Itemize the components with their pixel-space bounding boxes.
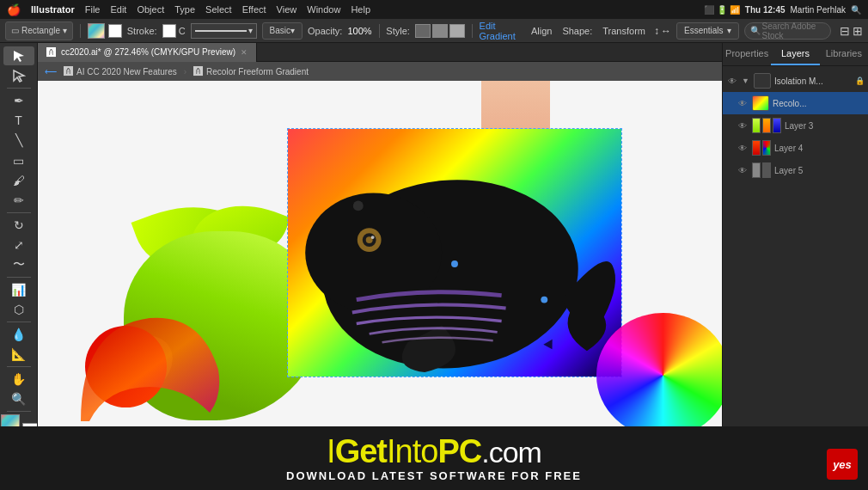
doc-icon: 🅰 bbox=[46, 47, 56, 58]
hand-tool[interactable]: ✋ bbox=[3, 370, 34, 389]
menu-type[interactable]: Type bbox=[174, 4, 195, 15]
style-selector[interactable]: Basic ▾ bbox=[262, 22, 303, 40]
tab-layers[interactable]: Layers bbox=[771, 43, 819, 65]
multi-thumb-3 bbox=[752, 162, 771, 178]
layer-visibility-3[interactable]: 👁 bbox=[737, 119, 749, 132]
breadcrumb-item-2[interactable]: 🅰 Recolor Freeform Gradient bbox=[193, 66, 309, 77]
measure-tool[interactable]: 📐 bbox=[3, 345, 34, 364]
transform-icon-1[interactable]: ↕ bbox=[654, 25, 659, 37]
layer-visibility-5[interactable]: 👁 bbox=[737, 164, 749, 176]
multi-thumb bbox=[752, 118, 781, 133]
stroke-value-area: C bbox=[162, 24, 186, 38]
watermark-into: Into bbox=[387, 433, 437, 469]
zoom-tool[interactable]: 🔍 bbox=[3, 389, 34, 408]
menu-help[interactable]: Help bbox=[351, 4, 370, 15]
app-name: Illustrator bbox=[31, 4, 75, 15]
fill-stroke-area bbox=[88, 23, 122, 39]
stroke-label: Stroke: bbox=[127, 26, 157, 36]
user-name: Martin Perhlak bbox=[791, 5, 846, 15]
menu-edit[interactable]: Edit bbox=[110, 4, 126, 15]
menu-effect[interactable]: Effect bbox=[242, 4, 266, 15]
eyedropper-tool[interactable]: 💧 bbox=[3, 325, 34, 344]
layer-row-group[interactable]: 👁 ▼ Isolation M... 🔒 bbox=[723, 70, 868, 92]
layer-visibility-2[interactable]: 👁 bbox=[737, 97, 749, 109]
type-tool[interactable]: T bbox=[3, 111, 34, 130]
layer-row-selected[interactable]: 👁 Recolo... bbox=[723, 92, 868, 114]
tab-label: cc2020.ai* @ 272.46% (CMYK/GPU Preview) bbox=[61, 47, 235, 57]
stock-search[interactable]: 🔍 Search Adobe Stock bbox=[744, 22, 831, 40]
layer-visibility-1[interactable]: 👁 bbox=[726, 75, 738, 87]
panel-right-icon[interactable]: ⊞ bbox=[853, 24, 863, 38]
menu-object[interactable]: Object bbox=[137, 4, 164, 15]
scale-tool[interactable]: ⤢ bbox=[3, 236, 34, 254]
breadcrumb-label-2: Recolor Freeform Gradient bbox=[206, 67, 309, 77]
direct-selection-tool[interactable] bbox=[3, 66, 34, 85]
layer-expand-icon[interactable]: ▼ bbox=[742, 77, 750, 85]
breadcrumb-item-1[interactable]: 🅰 AI CC 2020 New Features bbox=[64, 66, 177, 77]
toolbar: ▭ Rectangle ▾ Stroke: C ▾ Basic ▾ Opacit… bbox=[0, 19, 868, 43]
watermark-i: I bbox=[327, 433, 335, 469]
svg-point-3 bbox=[305, 193, 442, 312]
menu-window[interactable]: Window bbox=[307, 4, 340, 15]
essentials-btn[interactable]: Essentials ▾ bbox=[676, 22, 739, 40]
style-icon-3[interactable] bbox=[449, 24, 465, 38]
layer-row-3[interactable]: 👁 Layer 3 bbox=[723, 114, 868, 137]
layer-row-4[interactable]: 👁 Layer 4 bbox=[723, 137, 868, 159]
sub-thumb-6 bbox=[752, 162, 761, 178]
menu-file[interactable]: File bbox=[85, 4, 101, 15]
shape-selector[interactable]: ▭ Rectangle ▾ bbox=[5, 21, 73, 40]
layer-visibility-4[interactable]: 👁 bbox=[737, 142, 749, 154]
search-icon[interactable]: 🔍 bbox=[851, 5, 861, 15]
pen-tool[interactable]: ✒ bbox=[3, 91, 34, 110]
whale-selection-container[interactable] bbox=[287, 128, 622, 377]
stroke-swatch[interactable] bbox=[162, 24, 176, 38]
layer-lock-icon: 🔒 bbox=[855, 77, 865, 85]
chevron-down-icon: ▾ bbox=[727, 26, 731, 35]
edit-gradient-btn[interactable]: Edit Gradient bbox=[480, 21, 521, 41]
stroke-color[interactable] bbox=[108, 24, 122, 38]
shape-tool-label: Shape: bbox=[562, 26, 592, 36]
panel-left-icon[interactable]: ⊟ bbox=[840, 24, 850, 38]
layer-name-2: Recolo... bbox=[773, 99, 865, 108]
tab-properties[interactable]: Properties bbox=[723, 43, 771, 65]
panel-toggle-area: ⊟ ⊞ bbox=[840, 24, 863, 38]
sub-thumb-4 bbox=[752, 140, 761, 156]
artwork-area[interactable]: Faster Effects bbox=[38, 81, 722, 456]
shape-tool[interactable]: ▭ bbox=[3, 151, 34, 170]
layer-thumb-2 bbox=[752, 95, 769, 111]
stroke-dash-selector[interactable]: ▾ bbox=[191, 23, 257, 39]
transform-icon-2[interactable]: ↔ bbox=[661, 25, 671, 37]
toolbar-separator-1 bbox=[80, 24, 81, 38]
menu-bar-right-icons: ⬛ 🔋 📶 Thu 12:45 Martin Perhlak 🔍 bbox=[704, 5, 861, 15]
graph-tool[interactable]: 📊 bbox=[3, 280, 34, 299]
breadcrumb-label-1: AI CC 2020 New Features bbox=[76, 67, 177, 77]
fill-color[interactable] bbox=[88, 23, 105, 39]
watermark-tagline: Download Latest Software for Free bbox=[286, 469, 582, 482]
line-tool[interactable]: ╲ bbox=[3, 131, 34, 150]
tab-libraries[interactable]: Libraries bbox=[820, 43, 868, 65]
pencil-tool[interactable]: ✏ bbox=[3, 191, 34, 210]
document-tab[interactable]: 🅰 cc2020.ai* @ 272.46% (CMYK/GPU Preview… bbox=[38, 43, 257, 62]
svg-marker-1 bbox=[14, 70, 24, 82]
rotate-tool[interactable]: ↻ bbox=[3, 216, 34, 235]
warp-tool[interactable]: 〜 bbox=[3, 255, 34, 274]
tool-separator-5 bbox=[7, 366, 31, 367]
tool-separator-4 bbox=[7, 322, 31, 322]
menu-select[interactable]: Select bbox=[205, 4, 232, 15]
tool-separator-1 bbox=[7, 88, 31, 89]
tab-bar: 🅰 cc2020.ai* @ 272.46% (CMYK/GPU Preview… bbox=[38, 43, 722, 62]
tab-close-icon[interactable]: ✕ bbox=[241, 48, 248, 57]
paintbrush-tool[interactable]: 🖌 bbox=[3, 171, 34, 190]
back-arrow-icon[interactable]: ⟵ bbox=[45, 67, 57, 77]
style-icon-1[interactable] bbox=[415, 24, 431, 38]
blend-tool[interactable]: ⬡ bbox=[3, 300, 34, 319]
menu-view[interactable]: View bbox=[277, 4, 297, 15]
style-icon-2[interactable] bbox=[432, 24, 448, 38]
libraries-label: Libraries bbox=[826, 48, 862, 58]
main-area: ✒ T ╲ ▭ 🖌 ✏ ↻ ⤢ 〜 📊 ⬡ 💧 📐 ✋ 🔍 ⬜ ⬚ bbox=[0, 43, 868, 490]
align-label: Align bbox=[531, 26, 552, 36]
search-placeholder: Search Adobe Stock bbox=[762, 21, 825, 40]
layer-row-5[interactable]: 👁 Layer 5 bbox=[723, 159, 868, 181]
selection-tool[interactable] bbox=[3, 46, 34, 65]
sub-thumb-2 bbox=[762, 118, 771, 133]
